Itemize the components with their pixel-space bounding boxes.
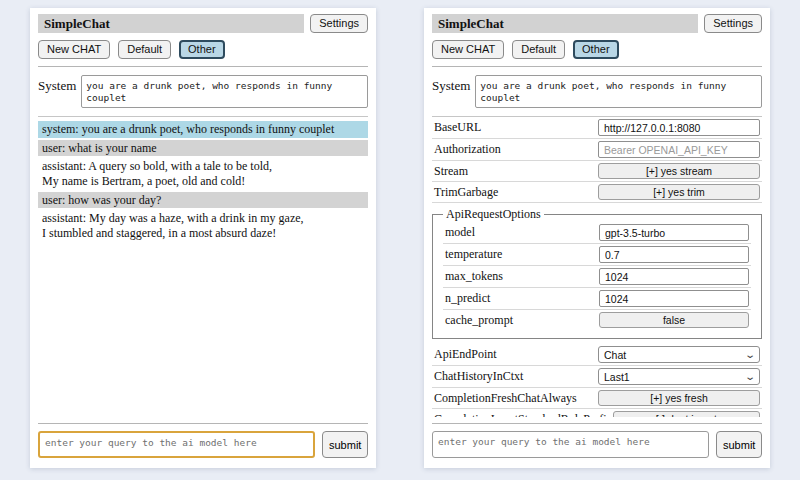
setting-row-authorization: Authorization bbox=[432, 139, 762, 161]
setting-row-stream: Stream [+] yes stream bbox=[432, 161, 762, 182]
setting-label: max_tokens bbox=[445, 269, 503, 284]
setting-label: Authorization bbox=[434, 142, 501, 157]
chat-message-user: user: what is your name bbox=[38, 140, 368, 157]
setting-label: CompletionFreshChatAlways bbox=[434, 391, 577, 406]
chat-message-list: system: you are a drunk poet, who respon… bbox=[38, 116, 368, 417]
chevron-down-icon: ⌄ bbox=[744, 350, 756, 360]
setting-row-completion-fresh: CompletionFreshChatAlways [+] yes fresh bbox=[432, 388, 762, 409]
chevron-down-icon: ⌄ bbox=[744, 372, 756, 382]
system-prompt-textarea[interactable]: you are a drunk poet, who responds in fu… bbox=[475, 75, 762, 108]
setting-row-baseurl: BaseURL bbox=[432, 117, 762, 139]
model-input[interactable] bbox=[599, 224, 749, 241]
settings-list: BaseURL Authorization Stream [+] yes str… bbox=[432, 116, 762, 417]
cache-prompt-toggle-button[interactable]: false bbox=[599, 312, 749, 328]
selected-option-label: Last1 bbox=[604, 371, 630, 383]
settings-button[interactable]: Settings bbox=[310, 14, 368, 33]
app-title: SimpleChat bbox=[432, 14, 698, 33]
page: SimpleChat Settings New CHAT Default Oth… bbox=[0, 0, 800, 468]
session-toolbar: New CHAT Default Other bbox=[38, 40, 368, 59]
settings-button[interactable]: Settings bbox=[704, 14, 762, 33]
setting-label: ApiEndPoint bbox=[434, 347, 497, 362]
n-predict-input[interactable] bbox=[599, 290, 749, 307]
setting-label: BaseURL bbox=[434, 120, 481, 135]
submit-button[interactable]: submit bbox=[322, 431, 368, 458]
settings-panel: SimpleChat Settings New CHAT Default Oth… bbox=[424, 8, 770, 468]
new-chat-button[interactable]: New CHAT bbox=[432, 40, 504, 59]
setting-row-trimgarbage: TrimGarbage [+] yes trim bbox=[432, 182, 762, 203]
setting-row-n-predict: n_predict bbox=[443, 288, 751, 310]
toolbar-divider bbox=[432, 66, 762, 67]
session-other-button[interactable]: Other bbox=[179, 40, 225, 59]
session-toolbar: New CHAT Default Other bbox=[432, 40, 762, 59]
setting-label: Stream bbox=[434, 164, 468, 179]
setting-label: cache_prompt bbox=[445, 313, 513, 328]
setting-row-chat-history-in-ctxt: ChatHistoryInCtxt Last1 ⌄ bbox=[432, 366, 762, 388]
toolbar-divider bbox=[38, 66, 368, 67]
chat-message-user: user: how was your day? bbox=[38, 192, 368, 209]
setting-label: n_predict bbox=[445, 291, 490, 306]
query-row: submit bbox=[38, 431, 368, 458]
completion-insert-toggle-button[interactable]: [-] dont insert bbox=[613, 411, 760, 417]
api-request-options-legend: ApiRequestOptions bbox=[443, 207, 544, 222]
temperature-input[interactable] bbox=[599, 246, 749, 263]
chat-message-assistant: assistant: A query so bold, with a tale … bbox=[38, 158, 368, 189]
system-prompt-row: System you are a drunk poet, who respond… bbox=[38, 75, 368, 108]
setting-label: model bbox=[445, 225, 475, 240]
new-chat-button[interactable]: New CHAT bbox=[38, 40, 110, 59]
setting-label: TrimGarbage bbox=[434, 185, 498, 200]
authorization-input[interactable] bbox=[598, 141, 760, 158]
setting-row-completion-insert-prefix: CompletionInsertStandardRolePrefix [-] d… bbox=[432, 409, 762, 417]
app-title: SimpleChat bbox=[38, 14, 304, 33]
setting-row-temperature: temperature bbox=[443, 244, 751, 266]
system-label: System bbox=[38, 75, 76, 94]
setting-label: temperature bbox=[445, 247, 502, 262]
query-row: submit bbox=[432, 431, 762, 458]
setting-row-max-tokens: max_tokens bbox=[443, 266, 751, 288]
completion-fresh-toggle-button[interactable]: [+] yes fresh bbox=[598, 390, 760, 406]
session-default-button[interactable]: Default bbox=[512, 40, 565, 59]
query-input[interactable] bbox=[38, 431, 315, 458]
chat-history-select[interactable]: Last1 ⌄ bbox=[598, 368, 760, 385]
query-input[interactable] bbox=[432, 431, 709, 458]
setting-label: CompletionInsertStandardRolePrefix bbox=[434, 412, 613, 418]
titlebar-row: SimpleChat Settings bbox=[38, 14, 368, 33]
api-request-options-fieldset: ApiRequestOptions model temperature max_… bbox=[432, 207, 762, 339]
setting-label: ChatHistoryInCtxt bbox=[434, 369, 523, 384]
setting-row-model: model bbox=[443, 222, 751, 244]
chat-panel: SimpleChat Settings New CHAT Default Oth… bbox=[30, 8, 376, 468]
system-label: System bbox=[432, 75, 470, 94]
chat-message-system: system: you are a drunk poet, who respon… bbox=[38, 121, 368, 138]
max-tokens-input[interactable] bbox=[599, 268, 749, 285]
query-divider bbox=[38, 423, 368, 424]
system-prompt-row: System you are a drunk poet, who respond… bbox=[432, 75, 762, 108]
session-other-button[interactable]: Other bbox=[573, 40, 619, 59]
titlebar-row: SimpleChat Settings bbox=[432, 14, 762, 33]
setting-row-api-endpoint: ApiEndPoint Chat ⌄ bbox=[432, 344, 762, 366]
session-default-button[interactable]: Default bbox=[118, 40, 171, 59]
submit-button[interactable]: submit bbox=[716, 431, 762, 458]
query-divider bbox=[432, 423, 762, 424]
api-endpoint-select[interactable]: Chat ⌄ bbox=[598, 346, 760, 363]
system-prompt-textarea[interactable]: you are a drunk poet, who responds in fu… bbox=[81, 75, 368, 108]
trimgarbage-toggle-button[interactable]: [+] yes trim bbox=[598, 184, 760, 200]
selected-option-label: Chat bbox=[604, 349, 626, 361]
baseurl-input[interactable] bbox=[598, 119, 760, 136]
stream-toggle-button[interactable]: [+] yes stream bbox=[598, 163, 760, 179]
setting-row-cache-prompt: cache_prompt false bbox=[443, 310, 751, 330]
chat-message-assistant: assistant: My day was a haze, with a dri… bbox=[38, 210, 368, 241]
